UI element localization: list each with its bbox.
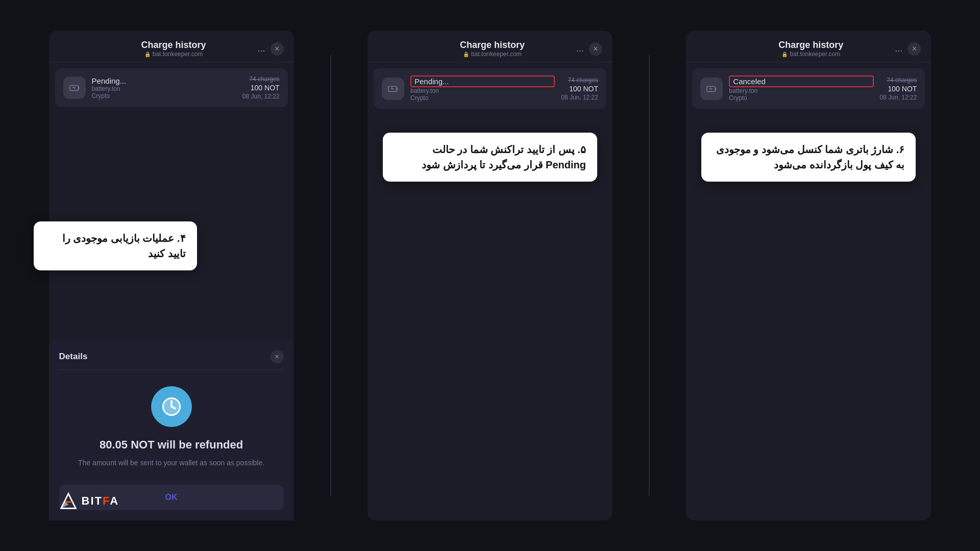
charge-info-2: Pending... battery.ton Crypto	[410, 76, 555, 102]
svg-rect-6	[388, 86, 397, 91]
panel-2-header: Charge history 🔒 bat.tonkeeper.com ... ×	[368, 31, 612, 62]
charge-item-1[interactable]: Pending... battery.ton Crypto 74 charges…	[55, 68, 288, 107]
charge-amount-1: 100 NOT	[251, 84, 280, 92]
panel-3-header: Charge history 🔒 bat.tonkeeper.com ... ×	[686, 31, 931, 62]
panel-3-title: Charge history	[778, 40, 843, 51]
divider-1	[330, 55, 331, 496]
charge-meta-2: 74 charges 100 NOT 08 Jun, 12:22	[561, 77, 598, 101]
lock-icon-1: 🔒	[144, 52, 151, 57]
charge-item-2[interactable]: Pending... battery.ton Crypto 74 charges…	[374, 68, 606, 109]
bitfa-text: BITFA	[82, 494, 119, 508]
lock-icon-2: 🔒	[463, 52, 469, 57]
charge-status-2: Pending...	[410, 76, 555, 87]
battery-icon-2	[387, 83, 399, 94]
tooltip-2: ۵. پس از تایید تراکنش شما در حالت Pendin…	[383, 133, 597, 182]
close-button-3[interactable]: ×	[908, 42, 921, 56]
charge-type-3: Crypto	[729, 94, 873, 102]
panel-3-actions: ... ×	[895, 42, 921, 56]
details-close-button[interactable]: ×	[271, 350, 284, 363]
charge-item-3[interactable]: Canceled battery.ton Crypto 74 charges 1…	[692, 68, 925, 109]
bitfa-icon	[59, 492, 78, 510]
charge-amount-3: 100 NOT	[888, 85, 917, 93]
charge-info-1: Pending... battery.ton Crypto	[92, 77, 236, 99]
charge-count-2: 74 charges	[568, 77, 598, 84]
lock-icon-3: 🔒	[781, 52, 788, 57]
details-main-text: 80.05 NOT will be refunded	[100, 438, 243, 452]
tooltip-1: ۴. عملیات بازیابی موجودی را تایید کنید	[34, 221, 197, 270]
charge-count-1: 74 charges	[249, 76, 279, 83]
charge-date-2: 08 Jun, 12:22	[561, 94, 598, 101]
charge-type-1: Crypto	[92, 92, 236, 99]
bitfa-logo: BITFA	[59, 492, 119, 510]
dots-button-3[interactable]: ...	[895, 43, 902, 54]
charge-meta-3: 74 charges 100 NOT 08 Jun, 12:22	[880, 77, 917, 101]
divider-2	[649, 55, 650, 496]
charge-icon-2	[382, 78, 404, 100]
panel-1: Charge history 🔒 bat.tonkeeper.com ... ×	[49, 31, 294, 520]
details-title: Details	[59, 352, 88, 362]
close-button-2[interactable]: ×	[589, 42, 602, 56]
panel-3: Charge history 🔒 bat.tonkeeper.com ... ×	[686, 31, 931, 520]
charge-icon-3	[700, 78, 723, 100]
tooltip-3: ۶. شارژ باتری شما کنسل می‌شود و موجودی ب…	[701, 133, 916, 182]
svg-rect-0	[69, 85, 78, 90]
charge-date-1: 08 Jun, 12:22	[242, 93, 280, 100]
header-center-2: Charge history 🔒 bat.tonkeeper.com	[460, 40, 525, 58]
battery-icon-3	[706, 83, 717, 94]
charge-date-3: 08 Jun, 12:22	[880, 94, 917, 101]
charge-info-3: Canceled battery.ton Crypto	[729, 76, 873, 102]
charge-source-3: battery.ton	[729, 87, 873, 94]
details-sub-text: The amount will be sent to your wallet a…	[78, 458, 264, 468]
header-center-1: Charge history 🔒 bat.tonkeeper.com	[141, 40, 206, 58]
details-header: Details ×	[59, 350, 284, 370]
panel-3-subtitle: 🔒 bat.tonkeeper.com	[781, 51, 840, 58]
charge-amount-2: 100 NOT	[569, 85, 598, 93]
battery-icon-1	[69, 82, 80, 93]
charge-status-1: Pending...	[92, 77, 236, 85]
charge-status-3: Canceled	[729, 76, 873, 87]
charge-count-3: 74 charges	[887, 77, 917, 84]
dots-button-1[interactable]: ...	[258, 43, 265, 54]
panel-2: Charge history 🔒 bat.tonkeeper.com ... ×	[368, 31, 612, 520]
panel-2-actions: ... ×	[576, 42, 602, 56]
header-center-3: Charge history 🔒 bat.tonkeeper.com	[778, 40, 843, 58]
charge-source-2: battery.ton	[410, 87, 555, 94]
details-clock-icon	[151, 386, 192, 427]
main-layout: Charge history 🔒 bat.tonkeeper.com ... ×	[0, 0, 980, 551]
dots-button-2[interactable]: ...	[576, 43, 584, 54]
clock-svg	[160, 395, 183, 418]
panel-1-title: Charge history	[141, 40, 206, 51]
charge-icon-1	[63, 77, 86, 99]
panel-1-header: Charge history 🔒 bat.tonkeeper.com ... ×	[49, 31, 294, 62]
charge-source-1: battery.ton	[92, 85, 236, 92]
charge-meta-1: 74 charges 100 NOT 08 Jun, 12:22	[242, 76, 280, 100]
panel-1-subtitle: 🔒 bat.tonkeeper.com	[144, 51, 203, 58]
close-button-1[interactable]: ×	[271, 42, 284, 56]
panel-2-subtitle: 🔒 bat.tonkeeper.com	[463, 51, 522, 58]
bitfa-accent: F	[103, 494, 110, 507]
panel-1-actions: ... ×	[258, 42, 284, 56]
panel-2-title: Charge history	[460, 40, 525, 51]
charge-type-2: Crypto	[410, 94, 555, 102]
